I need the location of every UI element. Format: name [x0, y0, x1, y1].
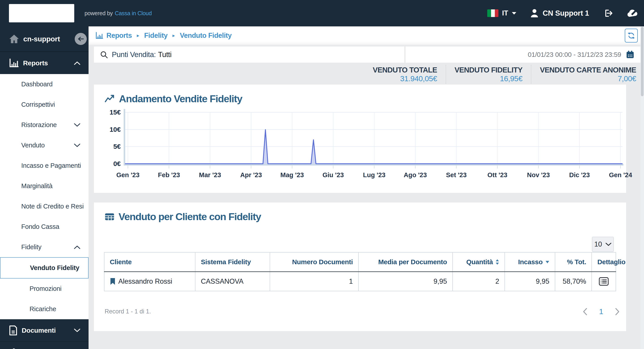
date-range-text: 01/01/23 00:00 - 31/12/23 23:59	[528, 51, 621, 58]
column-label: Quantità	[466, 258, 493, 266]
sidebar-item-dashboard[interactable]: Dashboard	[0, 74, 88, 94]
header-label-wrap: % Tot.	[567, 258, 586, 266]
stat-venduto-fidelity: VENDUTO FIDELITY16,95€	[446, 65, 522, 84]
table-header-dettaglio: Dettaglio	[592, 252, 616, 272]
cassa-in-cloud-link[interactable]: Cassa in Cloud	[115, 10, 152, 17]
chevron-down-icon	[74, 328, 80, 332]
user-menu[interactable]: CN Support 1	[530, 8, 589, 18]
reports-chart-icon	[95, 32, 103, 39]
search-icon	[100, 50, 108, 59]
breadcrumb-link-fidelity[interactable]: Fidelity	[144, 32, 168, 40]
logout-icon	[603, 8, 613, 18]
chevron-down-icon	[606, 242, 611, 246]
breadcrumb-separator-icon: ▸	[137, 33, 139, 39]
sidebar-item-incasso-e-pagamenti[interactable]: Incasso e Pagamenti	[0, 155, 88, 176]
previous-page-button[interactable]	[582, 308, 588, 315]
column-label: Cliente	[110, 258, 132, 266]
next-page-button[interactable]	[615, 308, 620, 315]
table-header-media-per-documento: Media per Documento	[358, 252, 452, 272]
sort-icon	[496, 259, 499, 265]
current-page[interactable]: 1	[599, 307, 603, 316]
header-label-wrap: Media per Documento	[378, 258, 447, 266]
sidebar-item-note-di-credito-e-resi[interactable]: Note di Credito e Resi	[0, 196, 88, 217]
detail-list-icon	[598, 277, 609, 286]
sidebar-item-ristorazione[interactable]: Ristorazione	[0, 115, 88, 135]
language-selector[interactable]: IT	[487, 9, 517, 17]
sidebar-nav: ReportsDashboardCorrispettiviRistorazion…	[0, 52, 88, 349]
sidebar-item-venduto-fidelity[interactable]: Venduto Fidelity	[0, 257, 88, 278]
svg-text:Ott '23: Ott '23	[488, 171, 507, 179]
sidebar-item-promozioni[interactable]: Promozioni	[0, 278, 88, 299]
breadcrumb: Reports▸Fidelity▸Venduto Fidelity	[106, 32, 232, 40]
stat-label: VENDUTO TOTALE	[373, 66, 437, 74]
sort-desc-icon	[546, 260, 550, 263]
svg-text:Giu '23: Giu '23	[322, 171, 344, 179]
date-range-picker[interactable]: 01/01/23 00:00 - 31/12/23 23:59	[405, 47, 640, 63]
svg-text:Nov '23: Nov '23	[527, 171, 550, 179]
powered-by-prefix: powered by	[84, 10, 113, 17]
chevron-up-icon	[74, 245, 80, 249]
column-label: Media per Documento	[378, 258, 447, 266]
filter-value: Tutti	[158, 50, 172, 59]
sidebar-item-label: Fidelity	[21, 243, 41, 251]
table-header-quantit[interactable]: Quantità	[452, 252, 505, 272]
boxes-icon	[8, 348, 19, 349]
svg-text:Gen '24: Gen '24	[609, 171, 632, 179]
svg-text:Dic '23: Dic '23	[569, 171, 590, 179]
sidebar-header: cn-support	[0, 27, 88, 52]
page-scrollbar[interactable]	[640, 27, 644, 349]
sidebar-item-fondo-cassa[interactable]: Fondo Cassa	[0, 217, 88, 237]
breadcrumb-link-venduto-fidelity[interactable]: Venduto Fidelity	[180, 32, 232, 40]
logout-button[interactable]	[603, 8, 613, 18]
sidebar-item-documenti[interactable]: Documenti	[0, 319, 88, 341]
header-label-wrap: Quantità	[466, 258, 499, 266]
home-icon[interactable]	[9, 34, 19, 44]
table-header-incasso[interactable]: Incasso	[505, 252, 555, 272]
table-header-numero-documenti: Numero Documenti	[270, 252, 358, 272]
sidebar-item-ricariche[interactable]: Ricariche	[0, 299, 88, 319]
sidebar-collapse-button[interactable]	[75, 33, 87, 45]
sidebar-item-magazzino[interactable]: Magazzino	[0, 341, 88, 349]
record-count: Record 1 - 1 di 1.	[105, 308, 151, 315]
sidebar-item-label: Fondo Cassa	[21, 223, 59, 230]
svg-text:Apr '23: Apr '23	[240, 171, 262, 179]
cloud-icon	[626, 9, 638, 18]
scrollbar-thumb[interactable]	[641, 27, 644, 96]
refresh-button[interactable]	[625, 29, 638, 43]
sidebar-item-marginalit[interactable]: Marginalità	[0, 176, 88, 196]
detail-button[interactable]	[598, 277, 609, 286]
svg-text:Mar '23: Mar '23	[199, 171, 221, 179]
sidebar-item-corrispettivi[interactable]: Corrispettivi	[0, 94, 88, 115]
breadcrumb-separator-icon: ▸	[172, 33, 175, 39]
topbar-right-cluster: IT CN Support 1	[487, 0, 638, 27]
document-icon	[8, 325, 18, 336]
arrow-left-icon	[77, 36, 84, 42]
chart-title-row: Andamento Vendite Fidelity	[105, 93, 242, 105]
caret-down-icon	[512, 12, 517, 15]
header-label-wrap: Dettaglio	[597, 258, 626, 266]
svg-text:Set '23: Set '23	[446, 171, 466, 179]
header-label-wrap: Numero Documenti	[292, 258, 353, 266]
sidebar-item-reports[interactable]: Reports	[0, 52, 88, 74]
sales-point-filter[interactable]: Punti Vendita: Tutti	[94, 47, 405, 63]
cell-quantit: 2	[452, 272, 505, 291]
chart-title: Andamento Vendite Fidelity	[119, 93, 242, 105]
sidebar-item-label: Ristorazione	[21, 121, 57, 129]
user-name: CN Support 1	[543, 9, 589, 18]
page-size-select[interactable]: 10	[592, 237, 614, 252]
cell-tot: 58,70%	[555, 272, 592, 291]
cloud-sync-button[interactable]	[626, 9, 638, 18]
breadcrumb-link-reports[interactable]: Reports	[106, 32, 132, 40]
table-header-row: ClienteSistema FidelityNumero DocumentiM…	[104, 252, 616, 272]
sidebar-item-venduto[interactable]: Venduto	[0, 135, 88, 155]
svg-text:5€: 5€	[113, 143, 121, 150]
sidebar: cn-support ReportsDashboardCorrispettivi…	[0, 27, 88, 349]
sidebar-item-label: Ricariche	[30, 305, 56, 313]
table-title: Venduto per Cliente con Fidelity	[118, 211, 261, 223]
stat-label: VENDUTO CARTE ANONIME	[540, 66, 636, 74]
sales-trend-card: Andamento Vendite Fidelity 0€5€10€15€Gen…	[94, 85, 626, 193]
sidebar-item-fidelity[interactable]: Fidelity	[0, 237, 88, 257]
logo-placeholder[interactable]	[9, 4, 74, 22]
sidebar-item-label: Incasso e Pagamenti	[21, 162, 81, 169]
column-label: Incasso	[518, 258, 543, 266]
